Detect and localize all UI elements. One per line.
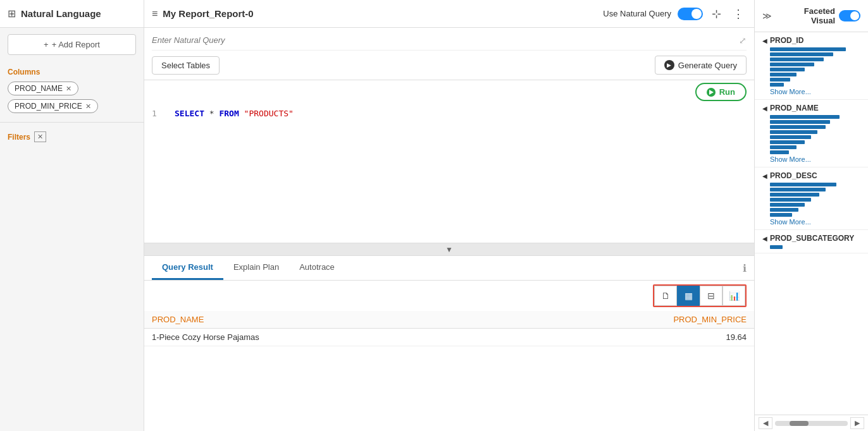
results-area: Query Result Explain Plan Autotrace ℹ 🗋 … [144,255,754,431]
bar-chart-prod-desc [770,183,860,217]
col-header-prod-min-price: PROD_MIN_PRICE [499,311,754,329]
view-pivot-button[interactable]: ⊟ [700,286,722,306]
field-section-prod-desc: ◀ PROD_DESC Show More... [755,167,868,230]
filters-label: Filters [8,133,30,142]
sql-editor[interactable]: 1 SELECT * FROM "PRODUCTS" [144,104,754,243]
generate-query-icon: ▶ [664,60,674,70]
field-section-prod-subcategory: ◀ PROD_SUBCATEGORY [755,230,868,253]
filters-close-button[interactable]: ✕ [34,131,46,142]
field-name-prod-id: PROD_ID [770,36,803,45]
report-title-area: ≡ My Report_Report-0 [152,8,254,20]
line-number-1: 1 [152,109,164,118]
view-grid-button[interactable]: ▦ [677,286,700,306]
field-name-prod-name: PROD_NAME [770,104,819,112]
generate-query-button[interactable]: ▶ Generate Query [655,56,747,75]
sql-line-1: 1 SELECT * FROM "PRODUCTS" [152,109,747,118]
scroll-indicator: ▼ [144,243,754,255]
scroll-right-button[interactable]: ▶ [850,417,864,429]
col-header-prod-name: PROD_NAME [144,311,499,329]
filters-section: Filters ✕ [0,125,144,149]
field-name-prod-desc: PROD_DESC [770,171,817,180]
show-more-prod-name[interactable]: Show More... [770,155,860,163]
tag-prod-min-price-close[interactable]: ✕ [85,102,91,111]
tag-prod-name-text: PROD_NAME [15,84,63,93]
query-area: ⤢ Select Tables ▶ Generate Query [144,28,754,80]
main-area: ≡ My Report_Report-0 Use Natural Query ⊹… [144,0,754,431]
sql-keyword-from: FROM [219,109,239,118]
view-btn-container: 🗋 ▦ ⊟ 📊 [653,284,747,307]
field-header-prod-id: ◀ PROD_ID [762,36,860,45]
columns-label: Columns [8,68,136,76]
bar-chart-prod-subcategory [770,245,860,249]
faceted-label: Faceted [804,6,835,16]
natural-query-label: Use Natural Query [603,9,671,18]
add-report-button[interactable]: + + Add Report [8,34,136,55]
columns-section: Columns PROD_NAME ✕ PROD_MIN_PRICE ✕ [0,61,144,119]
cell-prod-name: 1-Piece Cozy Horse Pajamas [144,329,499,346]
field-arrow-prod-name: ◀ [762,105,767,112]
info-icon[interactable]: ℹ [743,262,747,274]
right-panel: ≫ Faceted Visual ◀ PROD_ID Show More... [754,0,868,431]
natural-query-toggle[interactable] [678,8,703,20]
results-table: PROD_NAME PROD_MIN_PRICE 1-Piece Cozy Ho… [144,311,754,346]
field-section-prod-id: ◀ PROD_ID Show More... [755,32,868,100]
collapse-icon[interactable]: ≫ [762,11,772,21]
results-tabs: Query Result Explain Plan Autotrace ℹ [144,256,754,281]
field-arrow-prod-desc: ◀ [762,173,767,179]
right-panel-nav: ◀ ▶ [755,415,868,431]
cell-prod-min-price: 19.64 [499,329,754,346]
sql-table-name: "PRODUCTS" [244,109,294,118]
show-more-prod-id[interactable]: Show More... [770,88,860,95]
query-toolbar: Select Tables ▶ Generate Query [152,51,747,80]
natural-query-input[interactable] [152,33,739,47]
more-options-button[interactable]: ⋮ [730,4,747,23]
field-arrow-prod-id: ◀ [762,37,767,44]
sql-star: * [209,109,220,118]
table-header-row: PROD_NAME PROD_MIN_PRICE [144,311,754,329]
field-name-prod-subcategory: PROD_SUBCATEGORY [770,234,854,243]
tab-explain-plan[interactable]: Explain Plan [223,256,289,280]
view-list-button[interactable]: 🗋 [654,286,677,306]
tabs-left: Query Result Explain Plan Autotrace [152,256,345,280]
faceted-visual-toggle[interactable] [839,10,860,21]
field-header-prod-desc: ◀ PROD_DESC [762,171,860,180]
table-row: 1-Piece Cozy Horse Pajamas 19.64 [144,329,754,346]
field-header-prod-name: ◀ PROD_NAME [762,104,860,112]
run-button[interactable]: Run [695,83,747,101]
run-label: Run [719,87,735,97]
tab-query-result[interactable]: Query Result [152,256,223,280]
main-header: ≡ My Report_Report-0 Use Natural Query ⊹… [144,0,754,28]
report-doc-icon: ≡ [152,8,158,20]
field-arrow-prod-subcategory: ◀ [762,235,767,242]
select-tables-button[interactable]: Select Tables [152,56,220,75]
header-controls: Use Natural Query ⊹ ⋮ [603,4,747,23]
sidebar: ⊞ Natural Language + + Add Report Column… [0,0,144,431]
faceted-visual-area: Faceted Visual [804,6,860,25]
scroll-left-button[interactable]: ◀ [759,417,772,429]
tag-prod-min-price[interactable]: PROD_MIN_PRICE ✕ [8,99,98,113]
sql-keyword-select: SELECT [175,109,204,118]
add-report-plus-icon: + [44,40,49,49]
add-report-label: + Add Report [52,40,100,49]
run-icon [707,88,716,97]
tag-prod-min-price-text: PROD_MIN_PRICE [15,102,82,111]
app-title: Natural Language [21,8,101,19]
show-more-prod-desc[interactable]: Show More... [770,218,860,226]
field-section-prod-name: ◀ PROD_NAME Show More... [755,100,868,167]
tab-autotrace[interactable]: Autotrace [289,256,345,280]
view-chart-button[interactable]: 📊 [722,286,745,306]
expand-icon[interactable]: ⤢ [739,35,747,46]
sql-code: SELECT * FROM "PRODUCTS" [175,109,294,118]
bar-chart-prod-name [770,115,860,154]
generate-query-label: Generate Query [678,61,737,70]
right-panel-header: ≫ Faceted Visual [755,0,868,32]
run-btn-area: Run [144,80,754,104]
scroll-down-icon: ▼ [445,245,453,254]
settings-button[interactable]: ⊹ [709,4,724,23]
bar-chart-prod-id [770,47,860,87]
field-header-prod-subcategory: ◀ PROD_SUBCATEGORY [762,234,860,243]
tag-prod-name-close[interactable]: ✕ [66,85,71,93]
tag-prod-name[interactable]: PROD_NAME ✕ [8,82,78,95]
view-toggles: 🗋 ▦ ⊟ 📊 [144,281,754,311]
report-title: My Report_Report-0 [163,8,253,19]
